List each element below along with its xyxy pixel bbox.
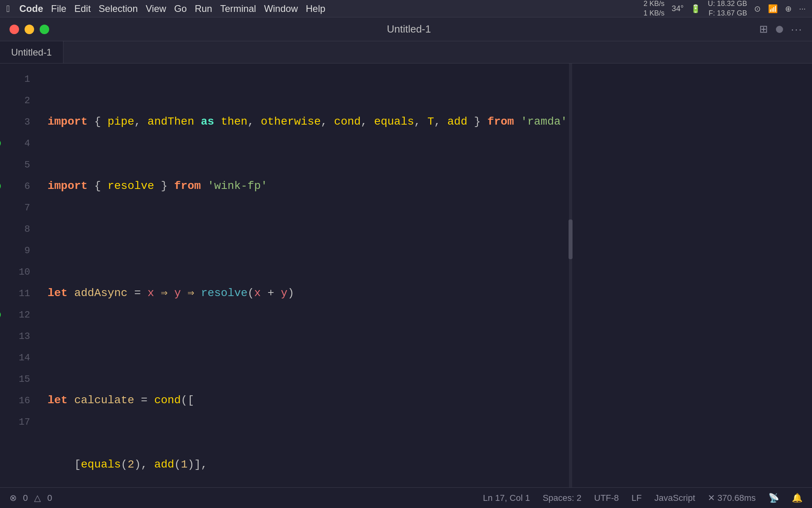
code-line-1: import { pipe, andThen as then, otherwis… (48, 111, 567, 133)
menu-file[interactable]: File (51, 3, 67, 14)
menu-help[interactable]: Help (306, 3, 325, 14)
editor-container: 1 2 3 4 5 6 7 8 9 10 11 12 13 14 15 (0, 64, 812, 508)
statusbar: ⊗ 0 △ 0 Ln 17, Col 1 Spaces: 2 UTF-8 LF … (0, 487, 812, 508)
line-num-17: 17 (0, 411, 40, 433)
menu-code[interactable]: Code (19, 3, 43, 14)
indentation[interactable]: Spaces: 2 (543, 493, 582, 503)
scrollbar-thumb[interactable] (569, 219, 573, 259)
menu-window[interactable]: Window (264, 3, 298, 14)
line-num-16: 16 (0, 390, 40, 411)
dot-icon (776, 26, 783, 33)
line-ending[interactable]: LF (632, 493, 642, 503)
line-num-9: 9 (0, 240, 40, 261)
line-num-11: 11 (0, 283, 40, 304)
wifi-icon: 📶 (768, 4, 778, 13)
scrollbar[interactable] (567, 64, 574, 508)
battery-icon: 🔋 (691, 4, 701, 13)
notification-icon[interactable]: 🔔 (792, 493, 802, 503)
broadcast-icon[interactable]: 📡 (768, 493, 779, 503)
overflow-icon[interactable]: ··· (799, 4, 806, 13)
line-num-1: 1 (0, 68, 40, 90)
line-num-6: 6 (0, 175, 40, 197)
line-num-12: 12 (0, 304, 40, 325)
code-line-2: import { resolve } from 'wink-fp' (48, 175, 567, 197)
code-line-4: let addAsync = x ⇒ y ⇒ resolve(x + y) (48, 283, 567, 304)
memory-stats: U: 18.32 GB F: 13.67 GB (708, 0, 747, 18)
editor-tabs: Untitled-1 (0, 41, 812, 64)
menubar-right: 2 KB/s 1 KB/s 34° 🔋 U: 18.32 GB F: 13.67… (643, 0, 806, 18)
line-num-5: 5 (0, 154, 40, 175)
minimize-button[interactable] (25, 25, 34, 34)
line-num-14: 14 (0, 347, 40, 368)
line-num-13: 13 (0, 325, 40, 347)
error-count: 0 (23, 493, 28, 503)
menu-selection[interactable]: Selection (99, 3, 138, 14)
menu-go[interactable]: Go (174, 3, 187, 14)
timing: ✕ 370.68ms (708, 493, 756, 503)
language-mode[interactable]: JavaScript (655, 493, 695, 503)
error-icon: ⊗ (10, 493, 17, 503)
menu-terminal[interactable]: Terminal (220, 3, 256, 14)
menu-edit[interactable]: Edit (74, 3, 90, 14)
code-editor[interactable]: import { pipe, andThen as then, otherwis… (40, 64, 567, 508)
code-line-6: let calculate = cond([ (48, 390, 567, 411)
encoding[interactable]: UTF-8 (594, 493, 619, 503)
tab-untitled1[interactable]: Untitled-1 (0, 41, 63, 63)
window-actions: ⊞ ··· (759, 23, 802, 36)
breakpoint-4[interactable] (0, 139, 1, 148)
code-line-7: [equals(2), add(1)], (48, 454, 567, 475)
split-editor-icon[interactable]: ⊞ (759, 23, 768, 35)
close-button[interactable] (10, 25, 19, 34)
line-num-15: 15 (0, 368, 40, 390)
menu-run[interactable]: Run (195, 3, 212, 14)
apple-menu[interactable]:  (6, 3, 10, 14)
line-num-2: 2 (0, 90, 40, 111)
breakpoint-6[interactable] (0, 182, 1, 190)
warning-count: 0 (47, 493, 52, 503)
line-numbers: 1 2 3 4 5 6 7 8 9 10 11 12 13 14 15 (0, 64, 40, 508)
traffic-lights (10, 25, 49, 34)
menu-view[interactable]: View (146, 3, 167, 14)
line-num-8: 8 (0, 218, 40, 240)
temp-display: 34° (672, 4, 684, 13)
network-stats: 2 KB/s 1 KB/s (643, 0, 665, 18)
warning-icon: △ (34, 493, 41, 503)
more-actions-icon[interactable]: ··· (791, 23, 802, 36)
window-titlebar: Untitled-1 ⊞ ··· (0, 17, 812, 41)
window-title: Untitled-1 (59, 23, 759, 35)
line-num-7: 7 (0, 197, 40, 218)
code-lines: 1 2 3 4 5 6 7 8 9 10 11 12 13 14 15 (0, 64, 574, 508)
cursor-position[interactable]: Ln 17, Col 1 (483, 493, 530, 503)
profile-icon[interactable]: ⊙ (754, 4, 761, 13)
statusbar-right: Ln 17, Col 1 Spaces: 2 UTF-8 LF JavaScri… (483, 493, 802, 503)
menubar:  Code File Edit Selection View Go Run T… (0, 0, 812, 17)
maximize-button[interactable] (40, 25, 49, 34)
statusbar-left: ⊗ 0 △ 0 (10, 493, 52, 503)
breakpoint-12[interactable] (0, 310, 1, 319)
line-num-4: 4 (0, 133, 40, 154)
line-num-10: 10 (0, 261, 40, 283)
line-num-3: 3 (0, 111, 40, 133)
controlcenter-icon[interactable]: ⊕ (785, 4, 792, 13)
